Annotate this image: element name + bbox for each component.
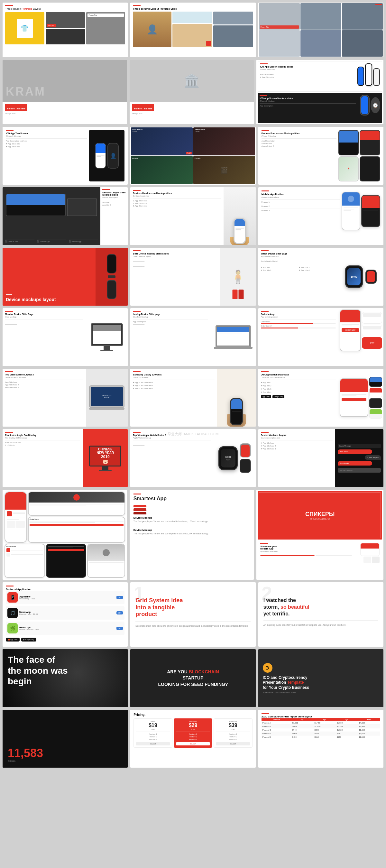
slide-r4s1: ⬛ View in app ⬛ View in app ⬛ View in ap… — [3, 187, 128, 245]
annual-report-table: Product Q1 Q2 Q3 Total Product A $1,200 … — [261, 718, 380, 739]
slide-r3s2: Blue Movie Action PLAY Action Film Thril… — [130, 127, 255, 185]
slide-title-2: Three column Layout Pictures Slide — [133, 7, 253, 10]
slide-r2s1: KRAM Picture Title here Design & UI — [3, 60, 127, 124]
slide-r5s3: Watch Device Slide page Apple Watch Mock… — [258, 248, 383, 306]
slide-r9s3: СПИКЕРЫ ПРЕДСТАВИТЕЛИ Showcase yourModer… — [256, 490, 383, 580]
row-7: Top View Surface Laptop 3 Surface Laptop… — [3, 369, 383, 427]
table-col-2: Q1 — [291, 718, 313, 721]
monitor-title: Monitor Device Slide Page — [5, 313, 83, 315]
table-row: Product B $980 $1,100 $1,350 $3,430 — [261, 725, 380, 728]
bitcoin-number: 11,583 — [8, 747, 123, 759]
speakers-title: СПИКЕРЫ — [305, 511, 335, 518]
slide-r8s1: Front view Apple Pro Display Pro Display… — [3, 429, 128, 487]
slide-r1s3: Picture Title — [258, 3, 383, 57]
device-mockups-title: Device mockups layout — [6, 297, 92, 302]
hand-screen-title: Devices Hand screen Mockup slides — [133, 192, 221, 194]
slide-r10s2: 1 Grid System ideaInto a tangibleproduct… — [130, 582, 255, 647]
slide-r9s2: Smartest App Device Mockup The first peo… — [130, 490, 254, 580]
slide-r11s1: The face ofthe moon wasbegin — [3, 649, 128, 707]
slide-title: Three column Portfolio Layout — [5, 7, 125, 10]
picture-sub-2: Design & UI — [132, 113, 252, 115]
slide-r2s2: 🏛️ Picture Title here Design & UI — [130, 60, 254, 124]
table-col-3: Q2 — [314, 718, 336, 721]
slide-r6s1: Monitor Device Slide Page iMac Mockup ——… — [3, 308, 128, 366]
red-bar — [5, 5, 13, 6]
slide-r4s2: Devices Hand screen Mockup slides Device… — [130, 187, 255, 245]
row-1: Three column Portfolio Layout 👕 PROJECT — [3, 3, 383, 57]
row-11: The face ofthe moon wasbegin ARE YOU BLO… — [3, 649, 383, 707]
surface-title: Top View Surface Laptop 3 — [5, 374, 83, 376]
row-5: Device mockups layout Bezz Device mockup… — [3, 248, 383, 306]
slide-r10s3: 2 I watched thestorm, so beautifulyet te… — [258, 582, 383, 647]
gallery: Three column Portfolio Layout 👕 PROJECT — [0, 0, 386, 770]
slide-r7s1: Top View Surface Laptop 3 Surface Laptop… — [3, 369, 128, 427]
picture-sub-1: Design & UI — [5, 113, 125, 115]
ico-title-2: ICO App Screen Mockup slides — [260, 97, 356, 99]
device-mockup-label1: Device Mockup — [133, 516, 250, 519]
moon-face-title: The face ofthe moon wasbegin — [8, 654, 123, 687]
picture-title-1: Picture Title here — [7, 107, 25, 110]
slide-r1s1: Three column Portfolio Layout 👕 PROJECT — [3, 3, 128, 57]
slide-r1s2: Three column Layout Pictures Slide 👤 — [130, 3, 255, 57]
row-4: ⬛ View in app ⬛ View in app ⬛ View in ap… — [3, 187, 383, 245]
slide-r8s3: Device Mockups Layout Device description… — [258, 429, 383, 487]
table-row: Product A $1,200 $1,450 $1,680 $4,330 — [261, 721, 380, 725]
annual-report-title: 2020 Company Annual report table layout — [261, 715, 380, 718]
slide-r5s1: Device mockups layout — [3, 248, 128, 306]
row-9: Order Status Notifications — [3, 490, 383, 580]
table-row: Product E $430 $510 $620 $1,560 — [261, 736, 380, 739]
app-download-title: Our Application Download — [261, 374, 336, 376]
slide-r5s2: Bezz Device mockup clean Slides Clean mi… — [130, 248, 255, 306]
slide-r2s3: ICO App Screen Mockup slides iPhone 3 Mo… — [256, 60, 383, 124]
featured-app-title: Featured Application — [6, 588, 125, 591]
slide-r8s2: Top View Apple Watch Series 5 Apple Watc… — [130, 429, 255, 487]
large-screen-title: Devices Large screen Mockup slides — [102, 191, 126, 196]
row-6: Monitor Device Slide Page iMac Mockup ——… — [3, 308, 383, 366]
ico-title-1: ICO App Screen Mockup slides — [260, 66, 355, 68]
four-screen-title: Devices Four screen Mockup slides — [261, 132, 336, 134]
order-app-title: Order in App — [261, 313, 336, 315]
slide-r4s3: Mobile Application App description here … — [258, 187, 383, 245]
slide-r7s2: Samsung Galaxy S20 Ultra Samsung Mockup … — [130, 369, 255, 427]
picture-title-2: Picture Title here — [134, 107, 153, 110]
row-10: Featured Application 📱 App Name Producti… — [3, 582, 383, 647]
watch-title: Watch Device Slide page — [261, 253, 336, 255]
slide-r12s3: 2020 Company Annual report table layout … — [258, 710, 383, 768]
storm-num-indicator: 2 — [261, 584, 272, 603]
device-mockups-2-title: Device Mockups Layout — [261, 434, 332, 436]
smartest-app-title: Smartest App — [133, 496, 250, 502]
samsung-title: Samsung Galaxy S20 Ultra — [133, 374, 214, 376]
bezz-title: Bezz Device mockup clean Slides — [133, 253, 218, 255]
blockchain-highlight: BLOCKCHAIN — [189, 669, 219, 674]
table-row: Product D $560 $670 $780 $2,010 — [261, 732, 380, 736]
slide-r3s3: Devices Four screen Mockup slides iPhone… — [258, 127, 383, 185]
grid-title: Grid System ideaInto a tangibleproduct — [135, 597, 250, 618]
laptop-title: Laptop Device Slide page — [133, 313, 208, 315]
table-col-4: Q3 — [336, 718, 358, 721]
table-row: Product C $740 $890 $1,020 $2,650 — [261, 728, 380, 732]
slide-r9s1: Order Status Notifications — [3, 490, 127, 580]
row-12: 11,583 Bitcoin Pricing. Basic $19 /mo Fe… — [3, 710, 383, 768]
row-3: ICO App Two Screen iPhone 3 Mockup App D… — [3, 127, 383, 185]
table-col-5: Total — [358, 718, 380, 721]
grid-num-indicator: 1 — [133, 584, 144, 603]
ico-two-screen-title: ICO App Two Screen — [6, 132, 87, 134]
mobile-app-title: Mobile Application — [261, 193, 340, 196]
pricing-title: Pricing. — [133, 713, 252, 716]
red-bar-2 — [133, 5, 140, 6]
table-col-1: Product — [261, 718, 291, 721]
bitcoin-label: Bitcoin — [8, 760, 123, 763]
slide-r6s2: Laptop Device Slide page MacBook Mockup … — [130, 308, 255, 366]
slide-r6s3: Order in App App ordering screen Order i… — [258, 308, 383, 366]
slide-r11s2: ARE YOU BLOCKCHAIN STARTUP LOOKING FOR S… — [130, 649, 255, 707]
slide-r12s2: Pricing. Basic $19 /mo Feature 1 Feature… — [130, 710, 255, 768]
slide-r11s3: ₿ ICO and CryptocurrencyPresentation Tem… — [258, 649, 383, 707]
watch-series-title: Top View Apple Watch Series 5 — [133, 434, 211, 436]
row-8: Front view Apple Pro Display Pro Display… — [3, 429, 383, 487]
slide-r12s1: 11,583 Bitcoin — [3, 710, 128, 768]
row-2: KRAM Picture Title here Design & UI 🏛️ P… — [3, 60, 383, 124]
slide-r3s1: ICO App Two Screen iPhone 3 Mockup App D… — [3, 127, 128, 185]
slide-r7s3: Our Application Download Download on iOS… — [258, 369, 383, 427]
device-mockup-body1: The first people you'll meet are our tru… — [133, 520, 250, 523]
slide-r10s1: Featured Application 📱 App Name Producti… — [3, 582, 128, 647]
